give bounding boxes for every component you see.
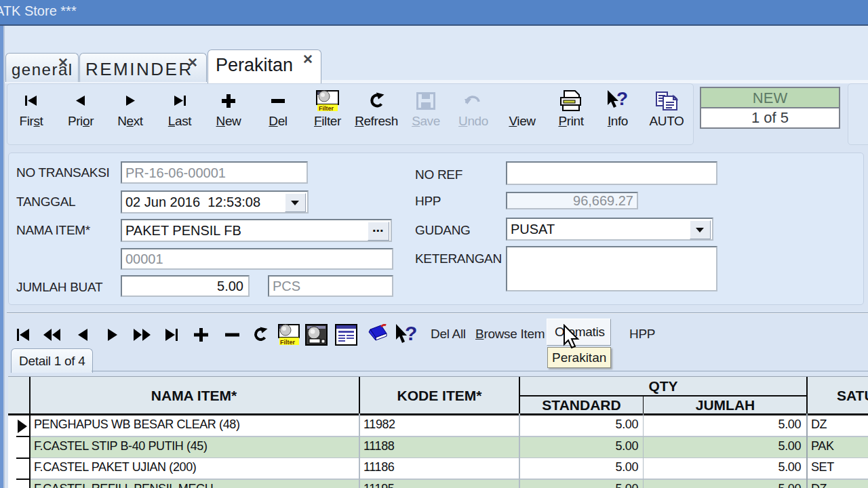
svg-text:Filter: Filter (319, 105, 334, 112)
svg-text:Filter: Filter (280, 339, 296, 346)
svg-text:?: ? (616, 90, 628, 109)
svg-text:?: ? (405, 324, 417, 344)
